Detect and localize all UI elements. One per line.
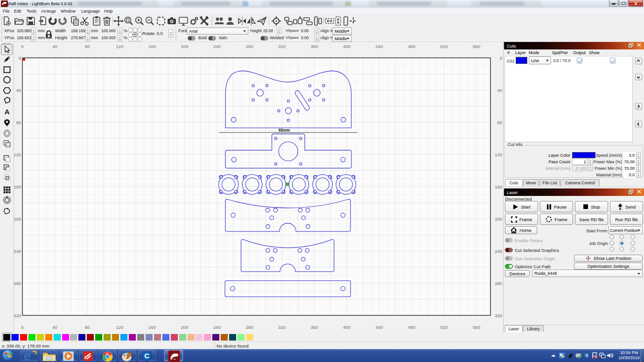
svg-text:40: 40 [52,44,57,49]
svg-text:320: 320 [14,313,21,318]
svg-text:80: 80 [16,120,21,125]
svg-text:e: e [24,350,31,362]
svg-text:120: 120 [14,152,21,157]
svg-text:400: 400 [343,325,350,330]
svg-text:120: 120 [116,325,124,330]
svg-text:480: 480 [408,44,415,49]
svg-text:240: 240 [213,325,221,330]
svg-text:0: 0 [500,56,502,61]
svg-text:160: 160 [14,184,21,189]
svg-text:120: 120 [495,152,502,157]
svg-text:280: 280 [14,281,21,286]
svg-text:560: 560 [473,44,480,49]
svg-text:240: 240 [213,44,221,49]
svg-text:440: 440 [376,44,383,49]
svg-text:200: 200 [495,216,502,222]
svg-text:80: 80 [85,325,90,330]
svg-text:280: 280 [246,325,253,330]
svg-text:320: 320 [278,44,286,49]
svg-text:200: 200 [181,325,189,330]
svg-text:320: 320 [278,325,286,330]
svg-text:120: 120 [116,44,124,49]
svg-text:80: 80 [85,44,90,49]
svg-text:280: 280 [246,44,253,49]
svg-text:360: 360 [311,325,318,330]
svg-text:480: 480 [408,325,415,330]
svg-text:200: 200 [181,44,189,49]
svg-text:C: C [144,352,149,360]
svg-text:320: 320 [495,313,502,318]
svg-text:40: 40 [52,325,57,330]
svg-text:520: 520 [441,44,448,49]
svg-text:240: 240 [495,249,502,254]
svg-text:0: 0 [19,56,21,61]
svg-text:40: 40 [16,88,21,93]
svg-text:160: 160 [495,184,502,189]
svg-text:A: A [4,108,9,116]
svg-text:40: 40 [497,88,502,93]
svg-text:280: 280 [495,281,502,286]
svg-text:400: 400 [343,44,350,49]
svg-text:80: 80 [497,120,502,125]
svg-text:240: 240 [14,249,21,254]
svg-text:560: 560 [473,325,480,330]
svg-text:160: 160 [148,44,156,49]
svg-text:200: 200 [14,216,21,222]
svg-text:520: 520 [441,325,448,330]
svg-text:440: 440 [376,325,383,330]
svg-text:0: 0 [21,325,23,330]
svg-text:160: 160 [148,325,156,330]
svg-text:55mm: 55mm [279,128,290,132]
svg-text:360: 360 [311,44,318,49]
svg-text:0: 0 [21,44,23,49]
